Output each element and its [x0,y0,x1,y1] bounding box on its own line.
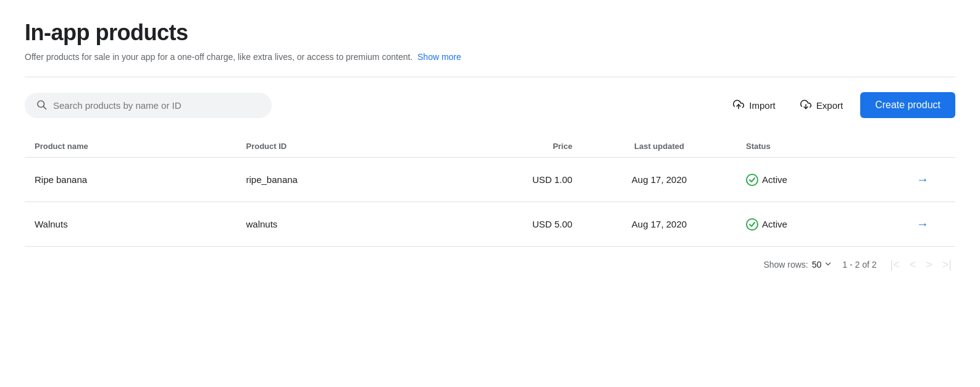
product-price: USD 1.00 [448,158,582,202]
export-icon [800,99,811,112]
col-header-price: Price [448,135,582,158]
arrow-right-icon: → [916,217,929,231]
pagination-controls: |< < > >| [887,257,955,273]
first-page-button[interactable]: |< [887,257,903,273]
svg-line-1 [43,106,46,109]
rows-value: 50 [812,260,822,270]
page-subtitle: Offer products for sale in your app for … [25,52,955,62]
show-rows-label: Show rows: [763,260,808,270]
next-page-button[interactable]: > [922,257,936,273]
status-label: Active [762,219,787,229]
products-table: Product name Product ID Price Last updat… [25,135,955,247]
create-product-button[interactable]: Create product [860,92,955,118]
active-status-icon [746,174,758,186]
search-box[interactable] [25,93,272,118]
table-row: Walnuts walnuts USD 5.00 Aug 17, 2020 Ac… [25,202,955,247]
export-button[interactable]: Export [793,94,850,117]
search-input[interactable] [53,100,261,111]
col-header-action [890,135,955,158]
col-header-name: Product name [25,135,237,158]
section-divider [25,77,955,77]
last-page-button[interactable]: >| [939,257,955,273]
product-id: walnuts [237,202,448,247]
active-status-icon [746,218,758,231]
row-action[interactable]: → [890,158,955,202]
status-label: Active [762,174,787,185]
row-arrow-button[interactable]: → [911,215,934,234]
col-header-status: Status [736,135,890,158]
product-id: ripe_banana [237,158,448,202]
import-button[interactable]: Import [726,94,783,117]
product-status: Active [736,158,890,202]
row-arrow-button[interactable]: → [911,170,934,189]
rows-per-page-select[interactable]: 50 [812,260,833,270]
arrow-right-icon: → [916,172,929,186]
import-icon [733,99,744,112]
import-label: Import [749,100,776,111]
table-header-row: Product name Product ID Price Last updat… [25,135,955,158]
pagination-info: 1 - 2 of 2 [842,260,876,270]
product-updated: Aug 17, 2020 [582,202,736,247]
export-label: Export [816,100,843,111]
product-updated: Aug 17, 2020 [582,158,736,202]
table-footer: Show rows: 50 1 - 2 of 2 |< < > >| [25,247,955,273]
table-row: Ripe banana ripe_banana USD 1.00 Aug 17,… [25,158,955,202]
product-status: Active [736,202,890,247]
col-header-updated: Last updated [582,135,736,158]
product-name: Walnuts [25,202,237,247]
show-more-link[interactable]: Show more [417,52,461,62]
search-icon [36,99,47,112]
row-action[interactable]: → [890,202,955,247]
toolbar: Import Export Create product [25,92,955,118]
show-rows-control: Show rows: 50 [763,260,832,270]
product-price: USD 5.00 [448,202,582,247]
dropdown-icon [824,260,832,270]
page-title: In-app products [25,20,955,46]
col-header-id: Product ID [237,135,448,158]
product-name: Ripe banana [25,158,237,202]
prev-page-button[interactable]: < [906,257,920,273]
